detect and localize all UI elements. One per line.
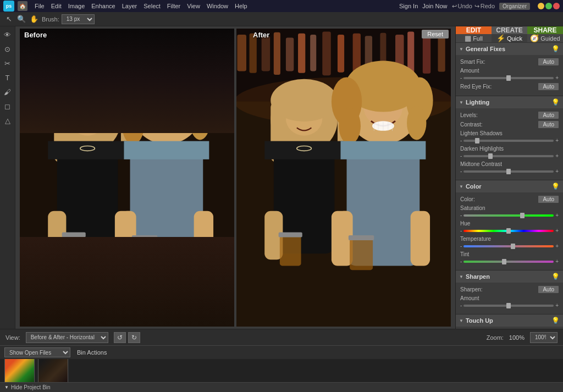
saturation-slider[interactable] xyxy=(463,214,554,217)
tool-eye[interactable]: 👁 xyxy=(2,29,14,41)
close-button[interactable] xyxy=(553,3,560,9)
sign-in-link[interactable]: Sign In xyxy=(399,3,418,9)
redo-button[interactable]: ↪ Redo xyxy=(474,3,495,10)
bin-thumb-people[interactable] xyxy=(38,359,68,382)
undo-button[interactable]: ↩ Undo xyxy=(452,3,472,10)
menu-file[interactable]: File xyxy=(32,3,47,9)
menu-image[interactable]: Image xyxy=(65,3,88,9)
subtab-quick[interactable]: ⚡ Quick xyxy=(492,34,527,42)
temperature-thumb[interactable] xyxy=(511,244,515,249)
sharpen-plus[interactable]: + xyxy=(555,302,559,308)
darken-highlights-slider[interactable] xyxy=(463,155,554,157)
menu-view[interactable]: View xyxy=(184,3,203,9)
tint-thumb[interactable] xyxy=(502,259,506,264)
tint-plus[interactable]: + xyxy=(555,258,559,264)
lighten-minus[interactable]: - xyxy=(460,137,462,143)
temperature-plus[interactable]: + xyxy=(555,243,559,249)
general-fixes-header[interactable]: ▼ General Fixes 💡 xyxy=(456,43,563,55)
tool-type[interactable]: T xyxy=(2,71,14,84)
saturation-thumb[interactable] xyxy=(520,213,525,218)
smart-fix-auto-button[interactable]: Auto xyxy=(538,58,559,65)
temperature-minus[interactable]: - xyxy=(460,243,462,249)
darken-thumb[interactable] xyxy=(488,153,493,159)
smart-fix-plus[interactable]: + xyxy=(555,75,559,81)
sharpen-minus[interactable]: - xyxy=(460,302,462,308)
hue-thumb[interactable] xyxy=(506,228,511,234)
midtone-thumb[interactable] xyxy=(506,169,511,174)
tool-brush2[interactable]: 🖌 xyxy=(2,86,14,98)
red-eye-auto-button[interactable]: Auto xyxy=(538,83,559,90)
join-now-link[interactable]: Join Now xyxy=(422,3,447,9)
menu-window[interactable]: Window xyxy=(204,3,231,9)
view-selector[interactable]: Before & After - Horizontal xyxy=(26,332,108,343)
temperature-slider[interactable] xyxy=(463,245,554,247)
sharpen-amount-label: Amount xyxy=(460,295,559,301)
tool-move[interactable]: ↖ xyxy=(3,14,14,25)
tool-hand[interactable]: ✋ xyxy=(29,14,40,25)
minimize-button[interactable] xyxy=(538,3,544,9)
rotate-left-button[interactable]: ↺ xyxy=(114,332,126,343)
full-icon: ▦ xyxy=(465,34,471,42)
color-header[interactable]: ▼ Color 💡 xyxy=(456,180,563,192)
images-container xyxy=(15,26,455,329)
menu-select[interactable]: Select xyxy=(141,3,163,9)
hue-minus[interactable]: - xyxy=(460,228,462,234)
saturation-plus[interactable]: + xyxy=(555,212,559,218)
red-eye-label: Red Eye Fix: xyxy=(460,84,492,90)
lighten-thumb[interactable] xyxy=(475,138,479,143)
midtone-contrast-slider-row: - + xyxy=(460,168,559,174)
lighten-shadows-slider[interactable] xyxy=(463,140,554,142)
zoom-selector[interactable]: 100% xyxy=(530,332,558,343)
contrast-auto-button[interactable]: Auto xyxy=(538,121,559,128)
subtab-full[interactable]: ▦ Full xyxy=(456,34,492,42)
midtone-contrast-slider[interactable] xyxy=(463,170,554,173)
sharpen-amount-slider[interactable] xyxy=(463,305,554,307)
levels-auto-button[interactable]: Auto xyxy=(538,112,559,119)
midtone-plus[interactable]: + xyxy=(555,168,559,174)
tint-minus[interactable]: - xyxy=(460,258,462,264)
smart-fix-slider[interactable] xyxy=(463,77,554,79)
organizer-button[interactable]: Organizer xyxy=(499,3,530,10)
sharpen-amount-thumb[interactable] xyxy=(506,303,511,308)
menu-help[interactable]: Help xyxy=(232,3,250,9)
smart-fix-thumb[interactable] xyxy=(506,75,511,81)
tool-crop[interactable]: ✂ xyxy=(2,57,14,69)
menu-filter[interactable]: Filter xyxy=(164,3,183,9)
saturation-minus[interactable]: - xyxy=(460,212,462,218)
bin-file-selector[interactable]: Show Open Files xyxy=(4,347,70,357)
lighten-plus[interactable]: + xyxy=(555,137,559,143)
menu-layer[interactable]: Layer xyxy=(119,3,140,9)
tab-edit[interactable]: EDIT xyxy=(456,26,492,34)
touch-up-header[interactable]: ▼ Touch Up 💡 xyxy=(456,314,563,327)
rotate-right-button[interactable]: ↻ xyxy=(128,332,140,343)
before-photo-panel xyxy=(20,29,234,327)
hide-project-bin-button[interactable]: ▼ Hide Project Bin xyxy=(0,382,563,392)
lighting-header[interactable]: ▼ Lighting 💡 xyxy=(456,96,563,108)
color-auto-button[interactable]: Auto xyxy=(538,196,559,203)
tab-create[interactable]: CREATE xyxy=(492,26,527,34)
darken-minus[interactable]: - xyxy=(460,153,462,159)
midtone-minus[interactable]: - xyxy=(460,168,462,174)
tool-eraser[interactable]: ◻ xyxy=(2,100,14,112)
sharpen-auto-button[interactable]: Auto xyxy=(538,286,559,293)
maximize-button[interactable] xyxy=(545,3,552,9)
home-icon[interactable]: 🏠 xyxy=(18,1,27,11)
hue-plus[interactable]: + xyxy=(555,228,559,234)
tool-zoom[interactable]: 🔍 xyxy=(16,14,27,25)
touch-up-section: ▼ Touch Up 💡 👁 🖌 ⭕ 🦷 xyxy=(456,314,563,329)
subtab-guided[interactable]: 🧭 Guided xyxy=(527,34,563,42)
bin-thumb-flowers[interactable] xyxy=(4,359,35,382)
tab-share[interactable]: SHARE xyxy=(527,26,563,34)
menu-edit[interactable]: Edit xyxy=(48,3,64,9)
tool-shape[interactable]: △ xyxy=(2,114,14,126)
darken-plus[interactable]: + xyxy=(555,153,559,159)
sharpen-header[interactable]: ▼ Sharpen 💡 xyxy=(456,270,563,283)
reset-button[interactable]: Reset xyxy=(422,30,449,38)
smart-fix-minus[interactable]: - xyxy=(460,75,462,81)
menu-enhance[interactable]: Enhance xyxy=(89,3,118,9)
svg-rect-30 xyxy=(62,233,86,238)
hue-slider[interactable] xyxy=(463,230,554,232)
tint-slider[interactable] xyxy=(463,261,554,263)
brush-size-selector[interactable]: 13 px xyxy=(62,14,95,24)
tool-lasso[interactable]: ⊙ xyxy=(2,43,14,55)
